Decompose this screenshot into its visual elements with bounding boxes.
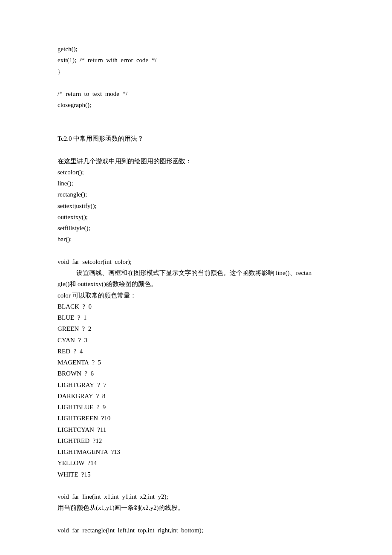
- code-line: void far line(int x1,int y1,int x2,int y…: [58, 491, 339, 502]
- text-line: LIGHTMAGENTA ?13: [58, 446, 339, 457]
- text-line: 用当前颜色从(x1,y1)画一条到(x2,y2)的线段。: [58, 502, 339, 513]
- text-line: LIGHTRED ?12: [58, 435, 339, 446]
- heading-line: Tc2.0 中常用图形函数的用法？: [58, 133, 339, 144]
- text-line: GREEN ? 2: [58, 323, 339, 334]
- text-line: MAGENTA ? 5: [58, 357, 339, 368]
- code-line: void far rectangle(int left,int top,int …: [58, 525, 339, 536]
- text-line: LIGHTGREEN ?10: [58, 413, 339, 424]
- code-line: setfillstyle();: [58, 223, 339, 234]
- document-page: getch(); exit(1); /* return with error c…: [0, 0, 392, 555]
- text-line: LIGHTGRAY ? 7: [58, 379, 339, 390]
- code-line: outtextxy();: [58, 211, 339, 223]
- blank-line: [58, 514, 339, 525]
- text-line: BROWN ? 6: [58, 368, 339, 379]
- text-line: BLACK ? 0: [58, 301, 339, 312]
- code-line: setcolor();: [58, 167, 339, 178]
- code-line: bar();: [58, 234, 339, 245]
- text-line: RED ? 4: [58, 346, 339, 357]
- text-line: YELLOW ?14: [58, 457, 339, 468]
- code-line: /* return to text mode */: [58, 88, 339, 99]
- text-line: 设置画线、画框和在图形模式下显示文字的当前颜色。这个函数将影响 line()、r…: [58, 267, 339, 278]
- text-line: color 可以取常的颜色常量：: [58, 290, 339, 301]
- blank-line: [58, 111, 339, 122]
- blank-line: [58, 77, 339, 88]
- code-line: getch();: [58, 43, 339, 55]
- code-line: closegraph();: [58, 99, 339, 110]
- blank-line: [58, 480, 339, 491]
- code-line: void far setcolor(int color);: [58, 256, 339, 267]
- text-line: DARKGRAY ? 8: [58, 390, 339, 402]
- text-line: CYAN ? 3: [58, 335, 339, 346]
- text-line: LIGHTCYAN ?11: [58, 424, 339, 435]
- text-line: BLUE ? 1: [58, 312, 339, 323]
- code-line: line();: [58, 178, 339, 189]
- code-line: settextjustify();: [58, 200, 339, 211]
- text-line: WHITE ?15: [58, 469, 339, 480]
- code-line: rectangle();: [58, 189, 339, 200]
- blank-line: [58, 245, 339, 256]
- text-line: 在这里讲几个游戏中用到的绘图用的图形函数：: [58, 156, 339, 167]
- text-line: gle()和 outtextxy()函数绘图的颜色。: [58, 278, 339, 289]
- blank-line: [58, 144, 339, 155]
- blank-line: [58, 122, 339, 133]
- text-line: LIGHTBLUE ? 9: [58, 402, 339, 413]
- code-line: exit(1); /* return with error code */: [58, 55, 339, 66]
- code-line: }: [58, 66, 339, 77]
